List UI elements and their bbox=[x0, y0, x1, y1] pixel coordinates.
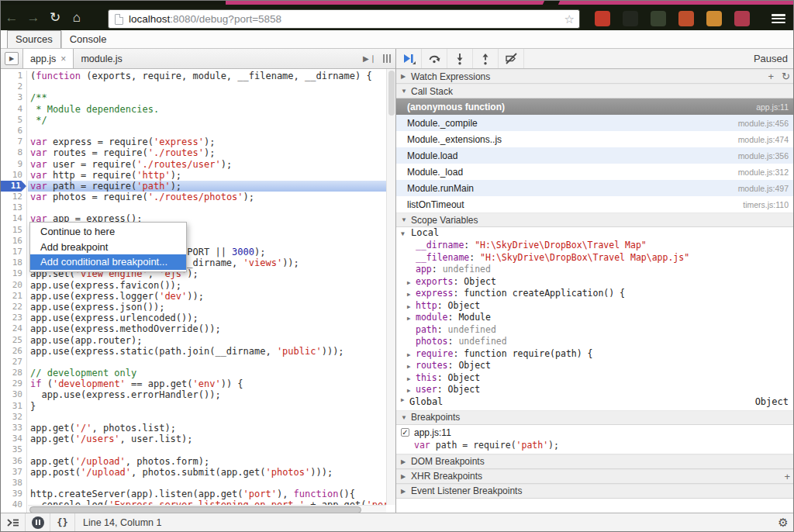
triangle-collapsed-icon[interactable]: ▶ bbox=[407, 351, 416, 358]
code-lines[interactable]: (function (exports, require, module, __f… bbox=[28, 71, 386, 514]
line-number[interactable]: 5 bbox=[1, 115, 26, 126]
code-line[interactable]: var path = require('path'); bbox=[28, 181, 386, 192]
line-number[interactable]: 3 bbox=[1, 92, 26, 103]
triangle-collapsed-icon[interactable]: ▶ bbox=[401, 396, 409, 410]
forward-icon[interactable]: → bbox=[22, 5, 44, 30]
line-number[interactable]: 27 bbox=[1, 357, 26, 368]
line-number[interactable]: 6 bbox=[1, 126, 26, 136]
resume-button[interactable] bbox=[396, 49, 422, 68]
code-line[interactable] bbox=[28, 357, 386, 368]
scope-variable[interactable]: ▶exports: Object bbox=[396, 276, 794, 288]
reload-icon[interactable]: ↻ bbox=[44, 5, 66, 30]
code-line[interactable]: app.use(express.methodOverride()); bbox=[28, 323, 386, 334]
line-number[interactable]: 38 bbox=[1, 478, 26, 489]
vertical-scrollbar[interactable] bbox=[386, 69, 395, 505]
scope-local-header[interactable]: ▼Local bbox=[396, 227, 794, 240]
line-number-gutter[interactable]: 1234567891011121314151617181920212223242… bbox=[1, 71, 27, 514]
scope-variable[interactable]: path: undefined bbox=[396, 324, 794, 337]
code-line[interactable]: app.use(express.errorHandler()); bbox=[28, 389, 386, 400]
tab-sources[interactable]: Sources bbox=[7, 30, 61, 48]
file-tab-modulejs[interactable]: module.js bbox=[74, 49, 129, 68]
browser-menu-icon[interactable] bbox=[772, 14, 785, 23]
code-line[interactable]: // development only bbox=[28, 368, 386, 378]
line-number[interactable]: 34 bbox=[1, 434, 26, 444]
call-stack-frame[interactable]: Module._extensions..jsmodule.js:474 bbox=[396, 131, 794, 147]
code-line[interactable]: app.post('/upload', photos.submit(app.ge… bbox=[28, 467, 386, 478]
line-number[interactable]: 40 bbox=[1, 499, 26, 510]
plus-icon[interactable]: + bbox=[784, 472, 790, 482]
code-editor[interactable]: 1234567891011121314151617181920212223242… bbox=[1, 69, 395, 514]
line-number[interactable]: 2 bbox=[1, 81, 26, 92]
triangle-collapsed-icon[interactable]: ▶ bbox=[407, 315, 416, 322]
code-line[interactable]: app.use(express.favicon()); bbox=[28, 280, 386, 291]
code-line[interactable]: var user = require('./routes/user'); bbox=[28, 159, 386, 170]
call-stack-frame[interactable]: Module._compilemodule.js:456 bbox=[396, 115, 794, 131]
line-number[interactable]: 37 bbox=[1, 467, 26, 478]
breakpoint-checkbox[interactable]: ✓ bbox=[401, 428, 409, 437]
line-number[interactable]: 36 bbox=[1, 456, 26, 467]
scope-variable[interactable]: ▶this: Object bbox=[396, 372, 794, 385]
code-line[interactable]: app.use(app.router); bbox=[28, 335, 386, 346]
context-menu-item[interactable]: Add breakpoint bbox=[30, 240, 186, 255]
plus-icon[interactable]: + bbox=[768, 71, 775, 81]
extension-icon[interactable] bbox=[734, 11, 750, 26]
code-line[interactable]: app.use(express.urlencoded()); bbox=[28, 313, 386, 323]
line-number[interactable]: 24 bbox=[1, 323, 26, 334]
code-line[interactable]: /** bbox=[28, 92, 386, 103]
code-line[interactable] bbox=[28, 478, 386, 489]
call-stack-frame[interactable]: (anonymous function)app.js:11 bbox=[396, 98, 794, 115]
call-stack-frame[interactable]: listOnTimeouttimers.js:110 bbox=[396, 196, 794, 212]
step-out-button[interactable] bbox=[473, 49, 499, 68]
file-tab-appjs[interactable]: app.js × bbox=[22, 49, 74, 68]
code-line[interactable]: if ('development' == app.get('env')) { bbox=[28, 378, 386, 389]
section-header-event-listener-breakpoints[interactable]: ▶Event Listener Breakpoints bbox=[396, 484, 794, 499]
line-number[interactable]: 1 bbox=[1, 71, 26, 81]
line-number[interactable]: 23 bbox=[1, 313, 26, 323]
code-line[interactable]: app.use(express.json()); bbox=[28, 302, 386, 313]
code-line[interactable]: var express = require('express'); bbox=[28, 136, 386, 147]
line-number[interactable]: 21 bbox=[1, 291, 26, 302]
tab-console[interactable]: Console bbox=[61, 31, 115, 48]
breakpoint-row[interactable]: ✓app.js:11 bbox=[396, 427, 794, 439]
extension-icon[interactable] bbox=[623, 11, 638, 26]
line-number[interactable]: 7 bbox=[1, 136, 26, 147]
columns-icon[interactable] bbox=[383, 54, 391, 63]
line-number[interactable]: 18 bbox=[1, 257, 26, 268]
scope-global-row[interactable]: ▶GlobalObject bbox=[396, 396, 794, 410]
code-line[interactable]: app.get('/users', user.list); bbox=[28, 434, 386, 444]
line-number[interactable]: 20 bbox=[1, 280, 26, 291]
triangle-collapsed-icon[interactable]: ▶ bbox=[407, 387, 416, 394]
code-line[interactable]: app.use(express.static(path.join(__dirna… bbox=[28, 346, 386, 357]
code-line[interactable] bbox=[28, 81, 386, 92]
code-line[interactable]: var http = require('http'); bbox=[28, 170, 386, 181]
line-number[interactable]: 4 bbox=[1, 104, 26, 115]
section-header-dom-breakpoints[interactable]: ▶DOM Breakpoints bbox=[396, 454, 794, 469]
home-icon[interactable]: ⌂ bbox=[66, 5, 88, 30]
line-number[interactable]: 10 bbox=[1, 170, 26, 181]
line-number[interactable]: 12 bbox=[1, 192, 26, 202]
scope-variable[interactable]: ▶express: function createApplication() { bbox=[396, 288, 794, 300]
pause-on-exceptions-button[interactable] bbox=[26, 513, 50, 531]
line-number[interactable]: 31 bbox=[1, 401, 26, 412]
call-stack-frame[interactable]: Module.runMainmodule.js:497 bbox=[396, 180, 794, 196]
section-header-watch-expressions[interactable]: ▶Watch Expressions+↻ bbox=[396, 69, 794, 84]
section-header-breakpoints[interactable]: ▼Breakpoints bbox=[396, 410, 794, 425]
code-line[interactable]: var photos = require('./routes/photos'); bbox=[28, 192, 386, 202]
code-line[interactable]: } bbox=[28, 401, 386, 412]
scope-variable[interactable]: __filename: "H:\SkyDrive\DropBox\Travel … bbox=[396, 252, 794, 264]
address-bar[interactable]: localhost:8080/debug?port=5858 ☆ bbox=[108, 9, 580, 29]
line-number[interactable]: 8 bbox=[1, 147, 26, 158]
code-line[interactable]: */ bbox=[28, 115, 386, 126]
line-number[interactable]: 33 bbox=[1, 423, 26, 434]
code-line[interactable]: * Module dependencies. bbox=[28, 104, 386, 115]
section-header-call-stack[interactable]: ▼Call Stack bbox=[396, 84, 794, 98]
panel-toggle-icon[interactable]: ▶❘ bbox=[363, 54, 377, 63]
breakpoint-entry[interactable]: ✓app.js:11var path = require('path'); bbox=[396, 425, 794, 454]
line-number[interactable]: 30 bbox=[1, 389, 26, 400]
pretty-print-button[interactable]: {} bbox=[50, 513, 75, 531]
triangle-collapsed-icon[interactable]: ▶ bbox=[407, 279, 416, 286]
triangle-collapsed-icon[interactable]: ▶ bbox=[407, 363, 416, 370]
call-stack-frame[interactable]: Module._loadmodule.js:312 bbox=[396, 164, 794, 180]
triangle-collapsed-icon[interactable]: ▶ bbox=[407, 303, 416, 310]
scope-variable[interactable]: ▶require: function require(path) { bbox=[396, 348, 794, 361]
